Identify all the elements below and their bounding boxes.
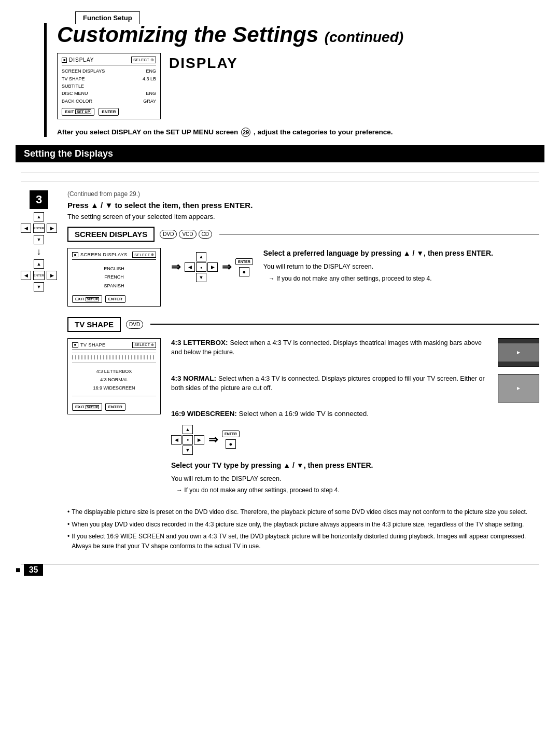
display-heading: DISPLAY bbox=[169, 55, 238, 72]
lb-top-bar bbox=[498, 338, 539, 343]
nav-pad: ▲ ◀ ● ▶ ▼ bbox=[185, 252, 218, 282]
nav-down-btn: ▼ bbox=[34, 235, 44, 244]
tv-shape-header: TV SHAPE DVD bbox=[67, 317, 539, 332]
lb-bottom-bar bbox=[498, 362, 539, 367]
enter-badge: ENTER bbox=[235, 258, 253, 265]
menu-row: DISC MENUENG bbox=[62, 90, 156, 97]
nav-down-btn-2: ▼ bbox=[34, 282, 44, 291]
tvshape-slider bbox=[72, 353, 156, 363]
nav-up-btn-2: ▲ bbox=[34, 259, 44, 269]
tv-shape-content: ■ TV SHAPE SELECT ⊕ 4:3 LETTERBOX bbox=[67, 338, 539, 497]
screen-displays-content: ■ SCREEN DISPLAYS SELECT ⊕ ENGLISH FRENC… bbox=[67, 248, 539, 307]
tvshape-pad-left: ◀ bbox=[171, 435, 181, 445]
tv-shape-options: 4:3 LETTERBOX: Select when a 4:3 TV is c… bbox=[171, 338, 539, 497]
display-menu-screenshot: ■ DISPLAY SELECT ⊕ SCREEN DISPLAYSENG TV… bbox=[57, 53, 161, 119]
step-number-box: 3 ▲ ◀ ENTER ▶ ▼ ↓ bbox=[21, 190, 57, 291]
remote-bottom: ▲ ◀ ENTER ▶ ▼ bbox=[21, 259, 57, 291]
step-row: 3 ▲ ◀ ENTER ▶ ▼ ↓ bbox=[21, 182, 539, 553]
arrow-remote: ⇒ ▲ ◀ ● ▶ ▼ ⇒ bbox=[171, 252, 253, 282]
pad-left: ◀ bbox=[185, 262, 195, 272]
tvshape-enter-badge: ENTER bbox=[222, 431, 240, 437]
menu-row: SUBTITLE bbox=[62, 82, 156, 90]
menu-row: BACK COLORGRAY bbox=[62, 98, 156, 105]
right-arrow-2: ⇒ bbox=[222, 260, 231, 274]
ms-items: ENGLISH FRENCH SPANISH bbox=[72, 262, 156, 292]
tv-shape-title: TV SHAPE bbox=[67, 317, 121, 332]
screen-displays-heading: Select a preferred language by pressing … bbox=[263, 248, 539, 259]
pad-center: ● bbox=[196, 262, 206, 272]
nav-up-btn: ▲ bbox=[34, 212, 44, 221]
nav-left-btn: ◀ bbox=[21, 224, 31, 233]
letterbox-option: 4:3 LETTERBOX: Select when a 4:3 TV is c… bbox=[171, 338, 539, 367]
normal-label: 4:3 NORMAL: bbox=[171, 374, 216, 382]
tvshape-arrow-remote: ▲ ◀ ● ▶ ▼ ⇒ ENTE bbox=[171, 425, 539, 455]
page-title: Customizing the Settings (continued) bbox=[57, 23, 544, 47]
pad-right: ▶ bbox=[207, 262, 218, 272]
nav-center-btn: ENTER bbox=[33, 224, 45, 233]
screen-displays-header: SCREEN DISPLAYS DVD VCD CD bbox=[67, 227, 539, 242]
function-setup-tab: Function Setup bbox=[75, 11, 140, 24]
tvshape-ms-footer: EXIT SET UP ENTER bbox=[72, 403, 156, 411]
normal-desc: Select when a 4:3 TV is connected. Displ… bbox=[171, 375, 485, 392]
enter-center-dot: ● bbox=[239, 267, 249, 276]
display-menu-rows: SCREEN DISPLAYSENG TV SHAPE4.3 LB SUBTIT… bbox=[62, 67, 156, 105]
enter-button: ENTER bbox=[99, 108, 119, 116]
vcd-badge: VCD bbox=[179, 230, 196, 239]
setting-screen-text: The setting screen of your selected item… bbox=[67, 213, 539, 220]
ms-header: ■ SCREEN DISPLAYS SELECT ⊕ bbox=[72, 252, 156, 260]
cd-badge: CD bbox=[199, 230, 212, 239]
tvshape-right-arrow: ⇒ bbox=[208, 433, 218, 447]
enter-btn: ENTER bbox=[105, 295, 125, 303]
nav-right-btn-2: ▶ bbox=[47, 271, 57, 280]
return-text: You will return to the DISPLAY screen. bbox=[263, 262, 539, 272]
select-button: SELECT ⊕ bbox=[131, 57, 156, 63]
tvshape-pad-center: ● bbox=[183, 435, 193, 445]
continued-note: (Continued from page 29.) bbox=[67, 190, 539, 198]
tvshape-pad-right: ▶ bbox=[194, 435, 204, 445]
tvshape-ms-icon: ■ bbox=[72, 342, 78, 348]
disc-badges: DVD VCD CD bbox=[160, 230, 212, 239]
remote-top: ▲ ◀ ENTER ▶ ▼ bbox=[21, 212, 57, 244]
enter-col: ENTER ● bbox=[235, 258, 253, 276]
letterbox-label: 4:3 LETTERBOX: bbox=[171, 339, 228, 346]
nav-left-btn-2: ◀ bbox=[21, 271, 31, 280]
tvshape-enter-dot: ● bbox=[226, 439, 236, 449]
nav-right-btn: ▶ bbox=[47, 224, 57, 233]
ms-footer: EXIT SET UP ENTER bbox=[72, 295, 156, 303]
after-text: After you select DISPLAY on the SET UP M… bbox=[57, 128, 544, 137]
notes-section: • The displayable picture size is preset… bbox=[67, 507, 539, 551]
screen-displays-right-text: Select a preferred language by pressing … bbox=[263, 248, 539, 285]
tvshape-pad-down: ▼ bbox=[183, 446, 193, 455]
ms-icon: ■ bbox=[72, 252, 78, 257]
screen-displays-section: SCREEN DISPLAYS DVD VCD CD ■ bbox=[67, 227, 539, 307]
normal-img-fill: ▶ bbox=[498, 374, 539, 402]
menu-icon: ■ bbox=[62, 58, 67, 63]
step-number: 3 bbox=[30, 190, 48, 209]
note-item-3: • If you select 16:9 WIDE SCREEN and you… bbox=[67, 532, 539, 551]
tvshape-dvd-badge: DVD bbox=[126, 320, 143, 329]
tvshape-enter-col: ENTER ● bbox=[222, 431, 240, 449]
proceed-note: → If you do not make any other settings,… bbox=[269, 274, 539, 283]
dvd-badge: DVD bbox=[160, 230, 177, 239]
nav-center-btn-2: ENTER bbox=[33, 271, 45, 280]
tvshape-slider-bottom bbox=[72, 396, 156, 400]
normal-option: 4:3 NORMAL: Select when a 4:3 TV is conn… bbox=[171, 374, 539, 402]
pad-up: ▲ bbox=[196, 252, 206, 261]
normal-img: ▶ bbox=[498, 374, 539, 402]
tv-shape-menu: ■ TV SHAPE SELECT ⊕ 4:3 LETTERBOX bbox=[67, 338, 161, 415]
exit-btn: EXIT SET UP bbox=[72, 295, 102, 303]
pad-down: ▼ bbox=[196, 273, 206, 282]
tvshape-enter-btn: ENTER bbox=[105, 403, 125, 411]
note-item-2: • When you play DVD video discs recorded… bbox=[67, 520, 539, 530]
screen-displays-menu: ■ SCREEN DISPLAYS SELECT ⊕ ENGLISH FRENC… bbox=[67, 248, 161, 307]
ms-select: SELECT ⊕ bbox=[132, 252, 156, 258]
bottom-divider bbox=[21, 564, 539, 564]
arrow-down: ↓ bbox=[37, 246, 41, 257]
tvshape-proceed-note: → If you do not make any other settings,… bbox=[176, 485, 539, 495]
divider bbox=[21, 173, 539, 173]
tvshape-nav-pad: ▲ ◀ ● ▶ ▼ bbox=[171, 425, 204, 455]
tvshape-exit-btn: EXIT SET UP bbox=[72, 403, 102, 411]
tvshape-ms-header: ■ TV SHAPE SELECT ⊕ bbox=[72, 342, 156, 350]
widescreen-line: 16:9 WIDESCREEN: Select when a 16:9 wide… bbox=[171, 410, 539, 418]
letterbox-img: ▶ bbox=[498, 338, 539, 367]
